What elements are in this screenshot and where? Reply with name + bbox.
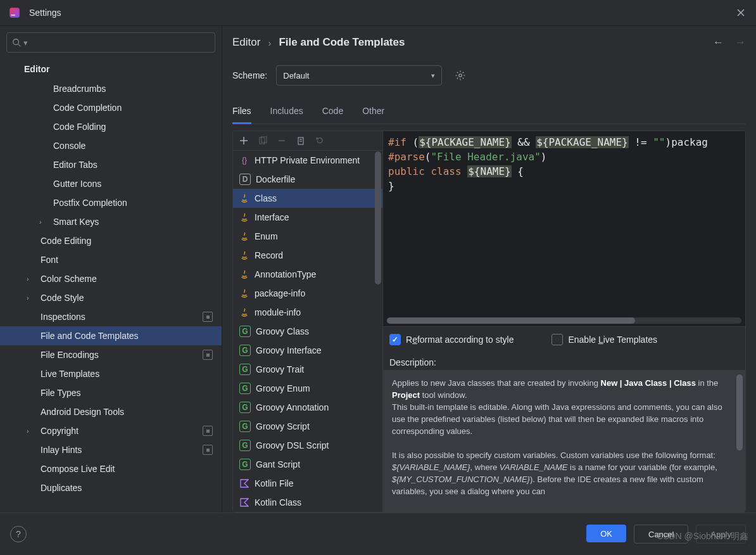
template-item-groovy-interface[interactable]: GGroovy Interface [233,341,382,360]
java-icon [239,212,249,222]
sidebar-item-label: Inspections [41,312,85,322]
template-label: module-info [255,307,301,317]
scheme-select[interactable]: Default ▾ [276,65,442,86]
template-item-groovy-enum[interactable]: GGroovy Enum [233,379,382,398]
template-item-package-info[interactable]: package-info [233,284,382,303]
sidebar-item-compose-live-edit[interactable]: Compose Live Edit [0,459,222,478]
sidebar-item-smart-keys[interactable]: ›Smart Keys [0,212,222,231]
template-label: Groovy Trait [256,364,304,374]
template-item-annotationtype[interactable]: AnnotationType [233,265,382,284]
project-badge-icon [203,445,213,455]
svg-point-4 [459,74,462,77]
template-item-module-info[interactable]: module-info [233,303,382,322]
scheme-value: Default [283,71,309,80]
template-item-gant-script[interactable]: GGant Script [233,455,382,474]
scheme-gear-icon[interactable] [455,70,466,81]
template-label: Groovy Enum [256,383,310,393]
sidebar-item-font[interactable]: Font [0,250,222,269]
reformat-checkbox[interactable]: Reformat according to style [389,334,513,345]
template-label: HTTP Private Environment [255,155,360,165]
project-badge-icon [203,426,213,436]
template-item-groovy-dsl-script[interactable]: GGroovy DSL Script [233,436,382,455]
sidebar-item-live-templates[interactable]: Live Templates [0,364,222,383]
sidebar-item-code-completion[interactable]: Code Completion [0,98,222,117]
template-code-editor[interactable]: #if (${PACKAGE_NAME} && ${PACKAGE_NAME} … [383,131,745,326]
app-icon [9,7,20,18]
template-item-kotlin-class[interactable]: Kotlin Class [233,493,382,512]
template-item-groovy-script[interactable]: GGroovy Script [233,417,382,436]
template-label: AnnotationType [255,269,316,279]
add-template-button[interactable] [239,136,248,145]
back-button[interactable]: ← [713,36,724,49]
description-scrollbar[interactable] [736,374,743,508]
sidebar-item-label: Copyright [41,426,79,436]
apply-button[interactable]: Apply [696,525,746,544]
template-label: Groovy Class [256,326,309,336]
help-button[interactable]: ? [10,526,27,542]
tab-other[interactable]: Other [362,101,384,124]
sidebar-item-inlay-hints[interactable]: Inlay Hints [0,440,222,459]
tab-includes[interactable]: Includes [270,101,303,124]
search-input[interactable]: ▾ [6,32,215,53]
template-scrollbar[interactable] [375,151,381,511]
template-item-groovy-trait[interactable]: GGroovy Trait [233,360,382,379]
template-item-enum[interactable]: Enum [233,227,382,246]
sidebar-item-label: File and Code Templates [41,331,139,341]
ok-button[interactable]: OK [586,525,626,542]
template-tabs: FilesIncludesCodeOther [232,101,746,124]
groovy-icon: G [239,421,251,432]
remove-template-button[interactable] [277,136,286,145]
breadcrumb-root[interactable]: Editor [232,36,260,49]
sidebar-item-duplicates[interactable]: Duplicates [0,478,222,497]
sidebar-item-label: Live Templates [41,369,99,379]
sidebar-item-breadcrumbs[interactable]: Breadcrumbs [0,79,222,98]
sidebar-item-copyright[interactable]: ›Copyright [0,421,222,440]
settings-tree[interactable]: Editor BreadcrumbsCode CompletionCode Fo… [0,56,222,513]
sidebar-item-label: Smart Keys [53,217,99,227]
java-icon [239,307,249,317]
description-label: Description: [383,352,745,370]
sidebar-item-file-and-code-templates[interactable]: File and Code Templates [0,326,222,345]
sidebar-item-code-style[interactable]: ›Code Style [0,288,222,307]
template-label: Interface [255,212,289,222]
template-item-record[interactable]: Record [233,246,382,265]
template-item-http-private-environment[interactable]: {}HTTP Private Environment [233,151,382,170]
paste-template-button[interactable] [296,136,305,145]
sidebar-item-color-scheme[interactable]: ›Color Scheme [0,269,222,288]
live-templates-checkbox[interactable]: Enable Live Templates [551,334,657,345]
sidebar-item-inspections[interactable]: Inspections [0,307,222,326]
template-item-groovy-annotation[interactable]: GGroovy Annotation [233,398,382,417]
template-label: Dockerfile [256,174,295,184]
sidebar-item-label: Code Folding [53,122,106,132]
sidebar-item-console[interactable]: Console [0,136,222,155]
tab-code[interactable]: Code [322,101,343,124]
template-label: Groovy Interface [256,345,322,355]
template-item-dockerfile[interactable]: DDockerfile [233,170,382,189]
sidebar-item-postfix-completion[interactable]: Postfix Completion [0,193,222,212]
close-button[interactable] [734,6,747,19]
tree-section-editor[interactable]: Editor [0,59,222,79]
breadcrumb-leaf: File and Code Templates [279,36,405,49]
sidebar-item-file-types[interactable]: File Types [0,383,222,402]
template-item-interface[interactable]: Interface [233,208,382,227]
template-item-groovy-class[interactable]: GGroovy Class [233,322,382,341]
project-badge-icon [203,312,213,322]
template-label: Groovy Script [256,421,310,431]
cancel-button[interactable]: Cancel [634,525,688,544]
sidebar-item-code-folding[interactable]: Code Folding [0,117,222,136]
sidebar-item-android-design-tools[interactable]: Android Design Tools [0,402,222,421]
sidebar-item-editor-tabs[interactable]: Editor Tabs [0,155,222,174]
template-item-kotlin-file[interactable]: Kotlin File [233,474,382,493]
copy-template-button[interactable] [258,136,267,145]
tab-files[interactable]: Files [232,101,251,124]
search-icon [12,38,21,47]
template-item-class[interactable]: Class [233,189,382,208]
sidebar-item-file-encodings[interactable]: File Encodings [0,345,222,364]
sidebar-item-label: Console [53,141,85,151]
sidebar-item-gutter-icons[interactable]: Gutter Icons [0,174,222,193]
code-h-scrollbar[interactable] [387,317,741,324]
sidebar-item-code-editing[interactable]: Code Editing [0,231,222,250]
sidebar-item-label: Code Editing [41,236,91,246]
sidebar-item-label: Compose Live Edit [41,464,115,474]
revert-template-button[interactable] [315,136,324,145]
